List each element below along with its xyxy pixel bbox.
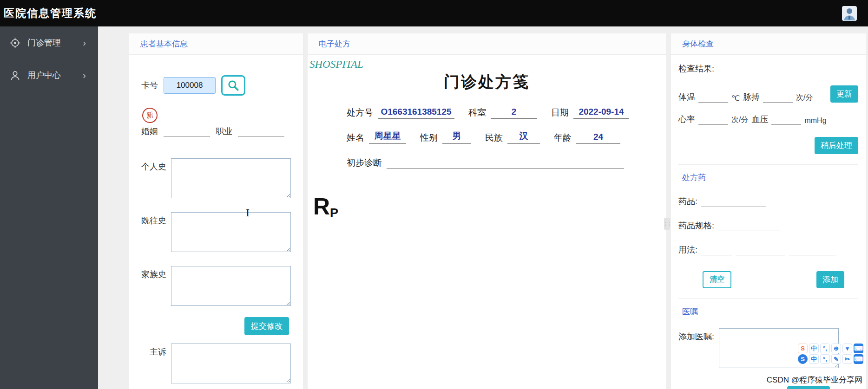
exam-panel-title: 身体检查 <box>671 33 866 55</box>
personal-history-label: 个人史 <box>141 158 166 198</box>
sidebar-item-usercenter[interactable]: 用户中心 › <box>0 59 98 91</box>
panel-resize-handle[interactable] <box>664 218 670 230</box>
blood-pressure-unit: mmHg <box>804 117 826 125</box>
prescription-panel: 电子处方 SHOSPITAL 门诊处方笺 处方号 O1663161385125 … <box>307 33 666 389</box>
prescription-panel-title: 电子处方 <box>308 33 666 55</box>
main-content: 患者基本信息 卡号 新 婚姻 职业 个人史 <box>98 26 868 389</box>
rp-symbol: RP <box>313 195 666 220</box>
prescription-row-2: 姓名 周星星 性别 男 民族 汉 年龄 24 <box>347 130 624 144</box>
prescription-row-1: 处方号 O1663161385125 科室 2 日期 2022-09-14 <box>347 107 624 119</box>
rp-subscript: P <box>330 206 338 220</box>
sidebar: 门诊管理 › 用户中心 › <box>0 26 98 389</box>
topbar-divider <box>825 0 825 26</box>
usage-dose-input[interactable] <box>701 244 732 255</box>
ime-row-2: S 中 °, ✎ ✂ ⌨ <box>798 354 863 364</box>
diagnosis-label: 初步诊断 <box>347 157 382 169</box>
ime-lang-icon[interactable]: 中 <box>809 344 819 353</box>
chevron-right-icon: › <box>83 38 86 48</box>
handle-later-button[interactable]: 稍后处理 <box>815 137 858 154</box>
ime-keyboard-icon[interactable]: ⌨ <box>854 354 863 364</box>
chevron-right-icon: › <box>83 70 86 81</box>
chief-complaint-textarea[interactable] <box>171 344 291 383</box>
ime-punctuation-icon[interactable]: °, <box>820 344 830 353</box>
person-bust-icon <box>842 6 857 21</box>
marriage-input[interactable] <box>164 126 210 137</box>
family-history-label: 家族史 <box>141 266 166 306</box>
clear-button[interactable]: 清空 <box>703 271 731 288</box>
ime-logo-icon[interactable]: S <box>798 344 808 353</box>
temperature-input[interactable] <box>698 91 728 103</box>
sidebar-item-label: 门诊管理 <box>27 37 61 48</box>
age-label: 年龄 <box>554 132 572 144</box>
ime-punctuation-icon[interactable]: °, <box>820 354 830 364</box>
prescription-form-title: 门诊处方笺 <box>308 71 666 93</box>
card-number-input[interactable] <box>164 77 216 94</box>
drug-spec-input[interactable] <box>718 220 781 231</box>
hospital-logo: SHOSPITAL <box>309 58 666 71</box>
drugs-section-title: 处方药 <box>678 164 858 183</box>
pulse-unit: 次/分 <box>796 93 813 103</box>
dept-label: 科室 <box>468 107 486 119</box>
name-value: 周星星 <box>369 130 406 144</box>
text-cursor-pointer <box>246 207 250 219</box>
drug-name-input[interactable] <box>701 196 766 207</box>
personal-history-textarea[interactable] <box>171 158 291 198</box>
past-history-row: 既往史 <box>141 212 291 252</box>
exam-row-1: 体温 ℃ 脉搏 次/分 更新 <box>678 85 858 103</box>
card-number-label: 卡号 <box>141 80 158 91</box>
ime-pen-icon[interactable]: ✎ <box>831 354 841 364</box>
family-history-row: 家族史 <box>141 266 291 306</box>
usage-frequency-input[interactable] <box>736 244 785 255</box>
ime-scissors-icon[interactable]: ✂ <box>842 354 852 364</box>
ime-keyboard-icon[interactable]: ⌨ <box>854 344 863 353</box>
date-value: 2022-09-14 <box>573 107 629 119</box>
occupation-input[interactable] <box>238 126 284 137</box>
advice-section-title: 医嘱 <box>678 298 858 317</box>
date-label: 日期 <box>551 107 569 119</box>
advice-submit-button[interactable] <box>787 386 830 389</box>
rp-letter: R <box>313 194 330 220</box>
card-number-row: 卡号 <box>141 75 291 96</box>
new-stamp-badge: 新 <box>141 106 158 124</box>
past-history-textarea[interactable] <box>171 212 291 252</box>
add-drug-button[interactable]: 添加 <box>816 271 844 288</box>
dept-value: 2 <box>491 107 537 119</box>
heart-rate-input[interactable] <box>698 114 728 125</box>
personal-history-row: 个人史 <box>141 158 291 198</box>
exam-panel: 身体检查 检查结果: 体温 ℃ 脉搏 次/分 更新 心率 次/分 血压 mmHg <box>671 33 866 389</box>
ime-row-1: S 中 °, ⊕ ▾ ⌨ <box>798 344 863 353</box>
drug-spec-row: 药品规格: <box>678 220 858 231</box>
occupation-label: 职业 <box>216 126 232 137</box>
magnifier-icon <box>227 79 239 91</box>
chief-complaint-label: 主诉 <box>141 344 166 383</box>
ime-more-icon[interactable]: ▾ <box>842 344 852 353</box>
user-avatar[interactable] <box>839 3 860 24</box>
age-value: 24 <box>576 132 620 144</box>
ime-emoji-icon[interactable]: ⊕ <box>831 344 841 353</box>
heart-rate-unit: 次/分 <box>731 115 748 125</box>
ethnic-label: 民族 <box>485 132 503 144</box>
aim-icon <box>9 37 21 49</box>
ime-logo-icon[interactable]: S <box>798 354 808 364</box>
ime-lang-icon[interactable]: 中 <box>809 354 819 364</box>
submit-changes-button[interactable]: 提交修改 <box>244 317 289 335</box>
ime-toolbar: S 中 °, ⊕ ▾ ⌨ S 中 °, ✎ ✂ ⌨ <box>798 344 863 364</box>
watermark-text: CSDN @程序猿毕业分享网 <box>767 375 862 385</box>
marriage-label: 婚姻 <box>141 126 158 137</box>
ethnic-value: 汉 <box>507 130 540 144</box>
rx-no-label: 处方号 <box>347 107 373 119</box>
gender-label: 性别 <box>420 132 438 144</box>
usage-method-input[interactable] <box>789 244 836 255</box>
sidebar-item-label: 用户中心 <box>27 70 61 81</box>
chief-complaint-row: 主诉 <box>141 344 291 383</box>
sidebar-item-outpatient[interactable]: 门诊管理 › <box>0 26 98 59</box>
search-button[interactable] <box>221 75 245 96</box>
gender-value: 男 <box>442 130 471 144</box>
blood-pressure-input[interactable] <box>771 114 801 125</box>
drug-name-label: 药品: <box>678 196 697 207</box>
family-history-textarea[interactable] <box>171 266 291 306</box>
pulse-input[interactable] <box>763 91 793 103</box>
drug-usage-label: 用法: <box>678 244 697 255</box>
update-button[interactable]: 更新 <box>830 85 858 103</box>
diagnosis-input[interactable] <box>387 157 624 169</box>
